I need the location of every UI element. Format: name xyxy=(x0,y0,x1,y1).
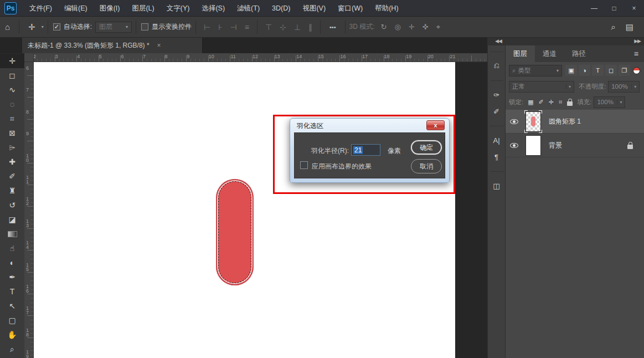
filter-adjustment-icon[interactable]: ◑ xyxy=(579,65,590,76)
pen-tool[interactable]: ✒ xyxy=(0,270,24,284)
tab-close-icon[interactable]: × xyxy=(157,42,161,49)
dodge-tool[interactable]: ◐ xyxy=(0,255,24,270)
brush-tool[interactable]: ✐ xyxy=(0,169,24,183)
auto-select-checkbox[interactable] xyxy=(53,23,60,30)
hand-tool[interactable]: ✋ xyxy=(0,328,24,342)
distribute-v-icon[interactable]: ∥ xyxy=(305,23,316,32)
lock-pixels-icon[interactable]: ✐ xyxy=(539,99,544,106)
restore-button[interactable]: □ xyxy=(604,0,624,17)
menu-item[interactable]: 文字(Y) xyxy=(161,0,196,17)
align-top-icon[interactable]: ⊤ xyxy=(261,23,276,32)
menu-item[interactable]: 图层(L) xyxy=(126,0,160,17)
distribute-h-icon[interactable]: ≡ xyxy=(241,23,253,32)
3d-orbit-icon[interactable]: ↻ xyxy=(377,23,391,31)
visibility-toggle[interactable] xyxy=(506,143,522,148)
clone-stamp-tool[interactable]: ♜ xyxy=(0,183,24,198)
menu-item[interactable]: 窗口(W) xyxy=(332,0,369,17)
align-bottom-icon[interactable]: ⊥ xyxy=(290,23,305,32)
align-right-icon[interactable]: ⊣ xyxy=(226,23,241,32)
vertical-ruler[interactable]: 678910111213141516171819 xyxy=(24,62,34,358)
paragraph-panel-icon[interactable]: ¶ xyxy=(488,149,506,165)
menu-item[interactable]: 3D(D) xyxy=(266,0,296,17)
opacity-dropdown[interactable]: 100% ▾ xyxy=(608,81,640,93)
rectangular-marquee-tool[interactable]: ◻ xyxy=(0,68,24,83)
filter-type-icon[interactable]: T xyxy=(592,65,604,76)
history-panel-icon[interactable]: ⎌ xyxy=(488,58,506,74)
panel-menu-icon[interactable]: ≡ xyxy=(628,45,644,62)
menu-item[interactable]: 滤镜(T) xyxy=(231,0,266,17)
lasso-tool[interactable]: ∿ xyxy=(0,83,24,97)
move-tool[interactable]: ✛ xyxy=(0,54,24,68)
layer-row[interactable]: 圆角矩形 1 xyxy=(506,110,644,134)
3d-pan-icon[interactable]: ✛ xyxy=(405,23,419,31)
dialog-close-button[interactable]: x xyxy=(426,120,445,130)
chevron-down-icon[interactable]: ▾ xyxy=(40,24,44,29)
frame-tool[interactable]: ⊠ xyxy=(0,126,24,140)
home-icon[interactable]: ⌂ xyxy=(0,22,15,32)
smudge-tool[interactable]: ☝ xyxy=(0,241,24,255)
brushes-panel-icon[interactable]: ✐ xyxy=(488,103,506,120)
path-selection-tool[interactable]: ↖ xyxy=(0,299,24,313)
document-tab[interactable]: 未标题-1 @ 33.3% (圆角矩形 1, RGB/8) * × xyxy=(22,38,203,53)
lock-all-icon[interactable] xyxy=(567,101,573,106)
3d-camera-icon[interactable]: ⌖ xyxy=(432,23,444,32)
menu-item[interactable]: 视图(V) xyxy=(296,0,332,17)
more-options-icon[interactable]: ••• xyxy=(324,24,341,30)
expand-panels-icon[interactable]: ▶▶ xyxy=(634,38,641,44)
filter-smart-object-icon[interactable]: ❐ xyxy=(619,65,630,76)
fill-dropdown[interactable]: 100% ▾ xyxy=(594,96,625,108)
character-panel-icon[interactable]: A| xyxy=(488,132,506,149)
align-center-h-icon[interactable]: ⊦ xyxy=(214,23,226,32)
layer-row[interactable]: 背景 xyxy=(506,134,644,157)
spot-healing-brush-tool[interactable]: ✚ xyxy=(0,155,24,169)
workspace-switcher-icon[interactable]: ▤ xyxy=(621,22,638,32)
show-transform-checkbox[interactable] xyxy=(141,23,148,30)
menu-item[interactable]: 图像(I) xyxy=(94,0,126,17)
panel-tab-paths[interactable]: 路径 xyxy=(564,45,594,62)
filter-pixel-icon[interactable]: ▣ xyxy=(565,65,577,76)
zoom-tool[interactable]: ⌕ xyxy=(0,342,24,356)
eyedropper-tool[interactable]: ⌲ xyxy=(0,140,24,155)
canvas[interactable] xyxy=(34,62,455,358)
eraser-tool[interactable]: ◪ xyxy=(0,212,24,227)
layer-thumbnail[interactable] xyxy=(525,111,541,132)
lock-position-icon[interactable]: ✛ xyxy=(549,99,554,106)
blend-mode-dropdown[interactable]: 正常 ▾ xyxy=(509,81,574,93)
type-tool[interactable]: T xyxy=(0,284,24,299)
brush-settings-panel-icon[interactable]: ✑ xyxy=(488,86,506,103)
crop-tool[interactable]: ⌗ xyxy=(0,111,24,126)
gradient-tool[interactable] xyxy=(0,227,24,241)
menu-item[interactable]: 文件(F) xyxy=(23,0,58,17)
feather-radius-input[interactable]: 21 xyxy=(351,144,380,156)
cancel-button[interactable]: 取消 xyxy=(411,159,442,173)
3d-slide-icon[interactable]: ✜ xyxy=(419,23,432,31)
history-brush-tool[interactable]: ↺ xyxy=(0,198,24,212)
layer-thumbnail[interactable] xyxy=(525,135,541,156)
3d-panel-icon[interactable]: ◫ xyxy=(488,177,506,194)
menu-item[interactable]: 选择(S) xyxy=(195,0,231,17)
auto-select-target-dropdown[interactable]: 图层 ▾ xyxy=(95,22,132,33)
menu-item[interactable]: 编辑(E) xyxy=(58,0,94,17)
search-icon[interactable]: ⌕ xyxy=(606,22,620,32)
apply-canvas-bounds-checkbox[interactable] xyxy=(300,161,308,169)
ok-button[interactable]: 确定 xyxy=(411,140,442,155)
filter-shape-icon[interactable]: ◻ xyxy=(605,65,617,76)
dialog-title[interactable]: 羽化选区 xyxy=(297,121,323,131)
rounded-rectangle-tool[interactable]: ▢ xyxy=(0,313,24,328)
quick-selection-tool[interactable]: ◌ xyxy=(0,97,24,111)
horizontal-ruler[interactable]: 23456789101112131415161718192021 xyxy=(24,53,487,62)
3d-roll-icon[interactable]: ◎ xyxy=(391,23,405,31)
minimize-button[interactable]: — xyxy=(584,0,604,17)
layer-filter-toggle[interactable] xyxy=(633,67,640,74)
panel-tab-layers[interactable]: 图层 xyxy=(506,45,535,62)
collapse-dock-icon[interactable]: ◀◀ xyxy=(495,38,502,44)
menu-item[interactable]: 帮助(H) xyxy=(369,0,404,17)
layer-filter-kind-dropdown[interactable]: ⌕ 类型 ▾ xyxy=(509,65,562,76)
lock-transparent-icon[interactable]: ▦ xyxy=(528,99,533,106)
align-left-icon[interactable]: ⊢ xyxy=(200,23,214,32)
move-tool-preset-icon[interactable]: ✛ xyxy=(23,22,40,32)
visibility-toggle[interactable] xyxy=(506,119,522,124)
close-button[interactable]: × xyxy=(624,0,644,17)
align-middle-icon[interactable]: ⊹ xyxy=(276,23,290,32)
lock-artboard-icon[interactable]: ⌗ xyxy=(559,99,562,106)
